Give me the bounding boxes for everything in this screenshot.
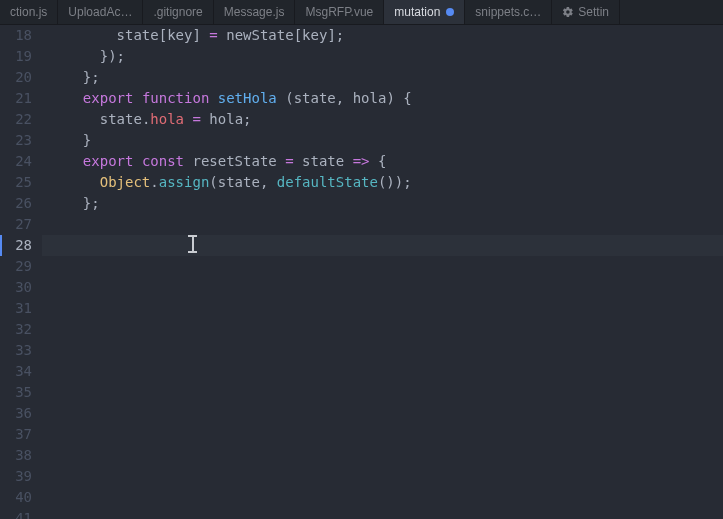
editor[interactable]: 1819202122232425262728293031323334353637… <box>0 25 723 519</box>
code-line[interactable] <box>42 298 723 319</box>
code-line[interactable] <box>42 403 723 424</box>
code-line[interactable] <box>42 382 723 403</box>
tab-label: .gitignore <box>153 5 202 19</box>
line-number: 25 <box>0 172 32 193</box>
line-number: 41 <box>0 508 32 519</box>
code-line[interactable] <box>42 256 723 277</box>
line-number: 26 <box>0 193 32 214</box>
line-number: 30 <box>0 277 32 298</box>
line-number: 23 <box>0 130 32 151</box>
tab-snippets-c[interactable]: snippets.c… <box>465 0 552 24</box>
code-line[interactable] <box>42 340 723 361</box>
tab-label: mutation <box>394 5 440 19</box>
code-line[interactable]: Object.assign(state, defaultState()); <box>42 172 723 193</box>
line-number: 18 <box>0 25 32 46</box>
code-area[interactable]: state[key] = newState[key]; }); }; expor… <box>42 25 723 519</box>
tab-message-js[interactable]: Message.js <box>214 0 296 24</box>
code-line[interactable]: }; <box>42 193 723 214</box>
tab-label: snippets.c… <box>475 5 541 19</box>
line-number: 31 <box>0 298 32 319</box>
line-number: 35 <box>0 382 32 403</box>
line-number: 32 <box>0 319 32 340</box>
code-line[interactable] <box>42 277 723 298</box>
tab-settings[interactable]: Settin <box>552 0 620 24</box>
code-line[interactable] <box>42 319 723 340</box>
line-number: 20 <box>0 67 32 88</box>
line-number: 27 <box>0 214 32 235</box>
code-line[interactable] <box>42 466 723 487</box>
code-line[interactable] <box>42 424 723 445</box>
code-line[interactable] <box>42 214 723 235</box>
tab-msgrfp-vue[interactable]: MsgRFP.vue <box>295 0 384 24</box>
line-number: 28 <box>0 235 32 256</box>
line-number: 19 <box>0 46 32 67</box>
code-line[interactable]: }; <box>42 67 723 88</box>
tab-gitignore[interactable]: .gitignore <box>143 0 213 24</box>
line-number: 34 <box>0 361 32 382</box>
code-line[interactable] <box>42 508 723 519</box>
line-number: 39 <box>0 466 32 487</box>
tab-label: UploadAc… <box>68 5 132 19</box>
tab-ction-js[interactable]: ction.js <box>0 0 58 24</box>
code-line[interactable]: }); <box>42 46 723 67</box>
line-number: 36 <box>0 403 32 424</box>
code-line[interactable]: state[key] = newState[key]; <box>42 25 723 46</box>
line-number: 21 <box>0 88 32 109</box>
line-number: 33 <box>0 340 32 361</box>
line-number: 40 <box>0 487 32 508</box>
code-line[interactable] <box>42 445 723 466</box>
line-number: 38 <box>0 445 32 466</box>
gear-icon <box>562 6 574 18</box>
line-number: 24 <box>0 151 32 172</box>
code-line[interactable]: } <box>42 130 723 151</box>
line-number: 22 <box>0 109 32 130</box>
tab-bar: ction.js UploadAc… .gitignore Message.js… <box>0 0 723 25</box>
code-line[interactable] <box>42 487 723 508</box>
tab-label: Settin <box>578 5 609 19</box>
code-line[interactable] <box>42 361 723 382</box>
line-number: 37 <box>0 424 32 445</box>
code-line[interactable]: state.hola = hola; <box>42 109 723 130</box>
tab-mutation[interactable]: mutation <box>384 0 465 24</box>
code-line[interactable]: export const resetState = state => { <box>42 151 723 172</box>
tab-upload-ac[interactable]: UploadAc… <box>58 0 143 24</box>
modified-dot-icon <box>446 8 454 16</box>
tab-label: MsgRFP.vue <box>305 5 373 19</box>
line-number-gutter: 1819202122232425262728293031323334353637… <box>0 25 42 519</box>
code-line[interactable] <box>42 235 723 256</box>
line-number: 29 <box>0 256 32 277</box>
tab-label: Message.js <box>224 5 285 19</box>
code-line[interactable]: export function setHola (state, hola) { <box>42 88 723 109</box>
tab-label: ction.js <box>10 5 47 19</box>
